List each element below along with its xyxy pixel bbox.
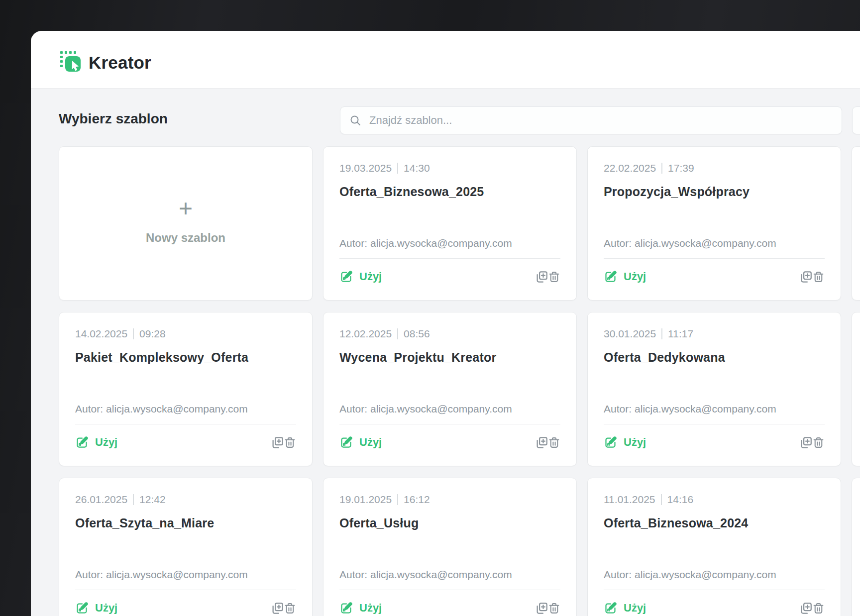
delete-template-button[interactable] bbox=[548, 436, 560, 449]
duplicate-template-button[interactable] bbox=[270, 602, 284, 615]
delete-template-button[interactable] bbox=[812, 602, 825, 615]
delete-template-button[interactable] bbox=[284, 602, 296, 615]
cursor-square-icon bbox=[60, 51, 84, 75]
template-card: 30.01.2025 11:17 Oferta_Dedykowana Autor… bbox=[587, 312, 841, 466]
card-title: Propozycja_Współpracy bbox=[604, 185, 825, 199]
copy-plus-icon bbox=[270, 436, 284, 449]
app-title: Kreator bbox=[89, 53, 151, 73]
meta-divider bbox=[661, 163, 662, 174]
card-meta: 19.03.2025 14:30 bbox=[339, 162, 430, 174]
file-pen-icon bbox=[339, 602, 353, 615]
search-box bbox=[340, 106, 842, 134]
duplicate-template-button[interactable] bbox=[535, 436, 548, 449]
trash-icon bbox=[284, 436, 296, 449]
use-template-button[interactable]: Użyj bbox=[75, 436, 117, 449]
template-card: 11.01.2025 14:16 Oferta_Biznesowa_2024 A… bbox=[587, 478, 841, 616]
use-template-button[interactable]: Użyj bbox=[604, 436, 646, 449]
app-header: Kreator bbox=[31, 31, 860, 89]
card-time: 11:17 bbox=[668, 328, 693, 340]
cut-off-control[interactable] bbox=[852, 106, 860, 134]
plus-icon: + bbox=[59, 197, 312, 220]
card-title: Pakiet_Kompleksowy_Oferta bbox=[75, 350, 296, 365]
trash-icon bbox=[548, 271, 560, 283]
template-grid: + Nowy szablon 19.03.2025 14:30 Oferta_B… bbox=[59, 146, 860, 616]
card-actions: Użyj bbox=[604, 599, 825, 616]
copy-plus-icon bbox=[799, 436, 812, 449]
author-email: alicja.wysocka@company.com bbox=[370, 569, 512, 580]
template-card: 19.03.2025 14:30 Oferta_Biznesowa_2025 A… bbox=[323, 146, 577, 301]
template-card: 26.01.2025 12:42 Oferta_Szyta_na_Miare A… bbox=[59, 478, 313, 616]
new-template-label: Nowy szablon bbox=[59, 231, 312, 245]
trash-icon bbox=[284, 602, 296, 615]
card-time: 17:39 bbox=[668, 162, 694, 174]
card-divider bbox=[604, 424, 825, 424]
template-card: 19.01.2025 16:12 Oferta_Usług Autor:alic… bbox=[323, 478, 577, 616]
meta-divider bbox=[133, 328, 134, 339]
trash-icon bbox=[812, 602, 825, 615]
main-content: Wybierz szablon + Nowy szablon 19.03.202… bbox=[31, 89, 860, 616]
meta-divider bbox=[397, 494, 398, 505]
delete-template-button[interactable] bbox=[284, 436, 296, 449]
use-template-button[interactable]: Użyj bbox=[339, 602, 382, 615]
delete-template-button[interactable] bbox=[548, 602, 560, 615]
app-window: Kreator Wybierz szablon + Nowy szablon 1… bbox=[31, 31, 860, 616]
use-template-button[interactable]: Użyj bbox=[75, 602, 117, 615]
template-card-partial bbox=[852, 312, 860, 466]
duplicate-template-button[interactable] bbox=[799, 602, 812, 615]
author-prefix: Autor: bbox=[604, 237, 632, 249]
use-template-button[interactable]: Użyj bbox=[339, 270, 382, 284]
card-meta: 12.02.2025 08:56 bbox=[339, 328, 430, 340]
meta-divider bbox=[661, 328, 662, 339]
card-date: 12.02.2025 bbox=[339, 328, 392, 340]
delete-template-button[interactable] bbox=[812, 271, 825, 283]
duplicate-template-button[interactable] bbox=[535, 270, 548, 284]
card-title: Oferta_Dedykowana bbox=[604, 350, 825, 365]
use-label: Użyj bbox=[359, 270, 382, 283]
meta-divider bbox=[661, 494, 662, 505]
delete-template-button[interactable] bbox=[548, 271, 560, 283]
new-template-card[interactable]: + Nowy szablon bbox=[59, 146, 313, 301]
duplicate-template-button[interactable] bbox=[535, 602, 548, 615]
card-author: Autor:alicja.wysocka@company.com bbox=[604, 569, 825, 581]
trash-icon bbox=[548, 436, 560, 449]
card-title: Oferta_Szyta_na_Miare bbox=[75, 516, 296, 530]
card-author: Autor:alicja.wysocka@company.com bbox=[604, 237, 825, 249]
trash-icon bbox=[812, 436, 825, 449]
author-prefix: Autor: bbox=[604, 569, 632, 580]
meta-divider bbox=[397, 328, 398, 339]
delete-template-button[interactable] bbox=[812, 436, 825, 449]
search-input[interactable] bbox=[340, 107, 842, 134]
card-author: Autor:alicja.wysocka@company.com bbox=[339, 569, 560, 581]
template-card-partial bbox=[852, 478, 860, 616]
file-pen-icon bbox=[75, 602, 89, 615]
card-time: 16:12 bbox=[404, 494, 430, 506]
duplicate-template-button[interactable] bbox=[799, 270, 812, 284]
card-actions: Użyj bbox=[339, 599, 560, 616]
duplicate-template-button[interactable] bbox=[799, 436, 812, 449]
use-label: Użyj bbox=[359, 602, 382, 615]
copy-plus-icon bbox=[270, 602, 284, 615]
file-pen-icon bbox=[604, 602, 617, 615]
card-date: 22.02.2025 bbox=[604, 162, 656, 174]
use-label: Użyj bbox=[359, 436, 382, 449]
author-email: alicja.wysocka@company.com bbox=[635, 237, 776, 249]
copy-plus-icon bbox=[535, 602, 548, 615]
file-pen-icon bbox=[604, 436, 617, 449]
use-template-button[interactable]: Użyj bbox=[339, 436, 382, 449]
card-divider bbox=[604, 258, 825, 259]
card-title: Oferta_Biznesowa_2024 bbox=[604, 516, 825, 530]
author-email: alicja.wysocka@company.com bbox=[635, 569, 776, 580]
card-date: 11.01.2025 bbox=[604, 494, 655, 506]
card-author: Autor:alicja.wysocka@company.com bbox=[339, 237, 560, 249]
card-author: Autor:alicja.wysocka@company.com bbox=[75, 569, 296, 581]
use-template-button[interactable]: Użyj bbox=[604, 270, 646, 284]
use-template-button[interactable]: Użyj bbox=[604, 602, 646, 615]
use-label: Użyj bbox=[95, 436, 117, 449]
author-email: alicja.wysocka@company.com bbox=[370, 403, 512, 414]
author-prefix: Autor: bbox=[339, 403, 367, 414]
template-card: 22.02.2025 17:39 Propozycja_Współpracy A… bbox=[587, 146, 841, 301]
card-divider bbox=[339, 590, 560, 590]
card-meta: 11.01.2025 14:16 bbox=[604, 494, 693, 506]
file-pen-icon bbox=[339, 436, 353, 449]
duplicate-template-button[interactable] bbox=[270, 436, 284, 449]
